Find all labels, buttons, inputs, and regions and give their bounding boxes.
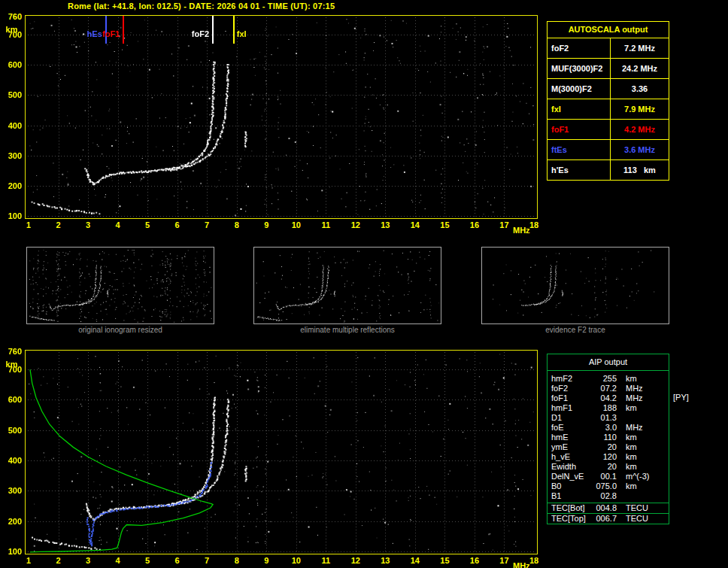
aip-row-value: 02.8	[591, 491, 617, 501]
x-axis-tick-label: 11	[318, 221, 333, 229]
aip-tec-row: TEC[Bot]004.8TECU	[548, 503, 669, 513]
aip-row-name: h_vE	[548, 452, 591, 462]
autoscala-row-value: 3.36	[611, 79, 669, 99]
y-axis-tick-label: 100	[2, 212, 22, 220]
aip-row-value: 20	[591, 462, 617, 472]
aip-row-unit: km	[617, 442, 637, 452]
station-title: Rome (lat: +41.8, lon: 012.5) - DATE: 20…	[68, 2, 335, 11]
y-axis-tick-label: 200	[2, 182, 22, 190]
aip-tec-rows: TEC[Bot]004.8TECUTEC[Top]006.7TECU	[548, 503, 669, 524]
aip-tec-unit: TECU	[617, 514, 648, 524]
y-axis-tick-label: 400	[2, 122, 22, 130]
autoscala-table-row: ftEs3.6 MHz	[548, 139, 669, 159]
aip-row-name: ymE	[548, 442, 591, 452]
x-axis-tick-label: 9	[259, 221, 274, 229]
autoscala-row-label: foF2	[548, 38, 611, 58]
thumbnail-original-ionogram	[26, 247, 214, 324]
aip-table-row: ymE20km	[548, 442, 669, 452]
aip-row-unit	[617, 413, 626, 423]
autoscala-table-row: h'Es113 km	[548, 159, 669, 180]
x-axis-tick-label: 13	[378, 557, 393, 565]
x-axis-tick-label: 6	[170, 557, 185, 565]
y-axis-tick-label: 760	[2, 13, 22, 21]
aip-row-unit: km	[617, 452, 637, 462]
aip-tec-value: 004.8	[591, 503, 617, 513]
aip-tec-name: TEC[Top]	[548, 514, 591, 524]
autoscala-table-rows: foF27.2 MHzMUF(3000)F224.2 MHzM(3000)F23…	[548, 38, 669, 180]
aip-row-unit: km	[617, 462, 637, 472]
x-axis-tick-label: 4	[111, 557, 126, 565]
x-axis-tick-label: 8	[229, 557, 244, 565]
x-axis-tick-label: 14	[408, 557, 423, 565]
x-axis-tick-label: 1	[21, 557, 36, 565]
aip-row-name: D1	[548, 413, 591, 423]
thumbnail-canvas-reflections	[254, 248, 441, 323]
aip-row-value: 00.1	[591, 472, 617, 481]
x-axis-tick-label: 3	[80, 221, 96, 229]
thumbnail-caption-f2: evidence F2 trace	[481, 326, 669, 334]
thumbnail-caption-reflections: eliminate multiple reflections	[253, 326, 441, 334]
autoscala-row-value: 7.2 MHz	[611, 38, 669, 58]
y-axis-tick-label: 300	[2, 152, 22, 160]
x-axis-tick-label: 13	[378, 221, 393, 229]
x-axis-unit-label: MHz	[513, 226, 530, 235]
y-axis-tick-label: 600	[2, 61, 22, 69]
x-axis-tick-label: 17	[496, 557, 511, 565]
x-axis-tick-label: 15	[437, 221, 452, 229]
x-axis-tick-label: 7	[199, 557, 214, 565]
aip-table-row: hmF1188km	[548, 403, 669, 413]
y-axis-tick-label: 760	[2, 348, 22, 356]
autoscala-window: Rome (lat: +41.8, lon: 012.5) - DATE: 20…	[0, 0, 728, 568]
aip-row-unit: MHz	[617, 384, 643, 393]
x-axis-tick-label: 9	[259, 557, 274, 565]
aip-tec-unit: TECU	[617, 503, 648, 513]
autoscala-table-row: foF14.2 MHz	[548, 119, 669, 139]
aip-row-unit	[617, 491, 626, 501]
autoscala-table-row: MUF(3000)F224.2 MHz	[548, 58, 669, 78]
aip-row-value: 075.0	[591, 481, 617, 491]
autoscala-table-row: foF27.2 MHz	[548, 38, 669, 58]
y-axis-tick-label: 400	[2, 457, 22, 465]
x-axis-tick-label: 16	[467, 557, 482, 565]
aip-table-row: Ewidth20km	[548, 462, 669, 472]
autoscala-table-row: M(3000)F23.36	[548, 78, 669, 99]
marker-label-fof2: foF2	[165, 30, 209, 38]
aip-row-value: 110	[591, 433, 617, 442]
aip-row-value: 20	[591, 442, 617, 452]
x-axis-tick-label: 16	[467, 221, 482, 229]
marker-label-fof1: foF1	[76, 30, 120, 38]
aip-row-unit: MHz	[617, 423, 643, 433]
x-axis-tick-label: 10	[289, 557, 304, 565]
x-axis-tick-label: 17	[496, 221, 511, 229]
thumbnail-canvas-original	[27, 248, 214, 323]
autoscala-row-label: MUF(3000)F2	[548, 59, 611, 78]
x-axis-tick-label: 11	[318, 557, 333, 565]
aip-row-value: 04.2	[591, 393, 617, 403]
aip-tec-value: 006.7	[591, 514, 617, 524]
autoscala-table-title: AUTOSCALA output	[548, 22, 669, 38]
ionogram-plot-top	[25, 15, 538, 219]
x-axis-tick-label: 5	[140, 557, 155, 565]
autoscala-output-table: AUTOSCALA output foF27.2 MHzMUF(3000)F22…	[547, 21, 669, 181]
autoscala-row-value: 7.9 MHz	[611, 99, 669, 119]
y-axis-tick-label: 500	[2, 91, 22, 99]
aip-row-unit: km	[617, 403, 637, 413]
thumbnail-canvas-f2	[482, 248, 669, 323]
autoscala-table-row: fxI7.9 MHz	[548, 99, 669, 119]
x-axis-tick-label: 6	[170, 221, 185, 229]
aip-row-unit: MHz	[617, 393, 643, 403]
aip-profiler-flag: [PY]	[673, 393, 689, 402]
x-axis-tick-label: 5	[140, 221, 155, 229]
marker-label-fxi: fxI	[237, 30, 247, 38]
aip-row-value: 01.3	[591, 413, 617, 423]
x-axis-tick-label: 2	[51, 557, 66, 565]
ionogram-canvas-top	[26, 16, 537, 218]
aip-row-value: 3.0	[591, 423, 617, 433]
aip-table-row: DelN_vE00.1m^(-3)	[548, 472, 669, 481]
aip-row-unit: km	[617, 433, 637, 442]
aip-table-row: foE3.0MHz	[548, 423, 669, 433]
aip-row-unit: km	[617, 374, 637, 384]
aip-row-name: B0	[548, 481, 591, 491]
y-axis-tick-label: 600	[2, 396, 22, 404]
autoscala-row-label: fxI	[548, 99, 611, 119]
